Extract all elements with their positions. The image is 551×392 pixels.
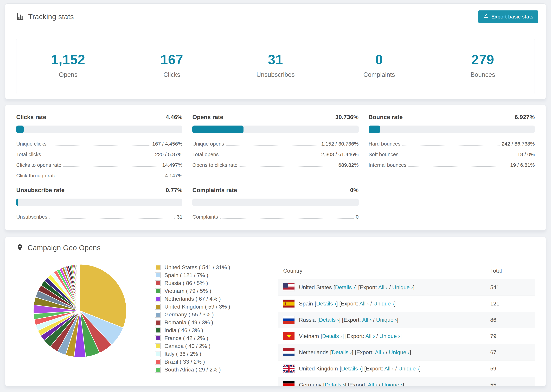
legend-label: Vietnam ( 79 / 5% ): [164, 288, 211, 294]
progress-track: [192, 126, 359, 133]
geo-content: United States ( 541 / 31% ) Spain ( 121 …: [5, 258, 546, 386]
progress-track: [369, 126, 535, 133]
export-all-link[interactable]: All ›: [368, 382, 377, 386]
gb-flag-icon: [283, 365, 295, 372]
stats-row: 1,152 Opens 167 Clicks 31 Unsubscribes 0…: [16, 38, 535, 94]
legend-item[interactable]: Spain ( 121 / 7% ): [155, 272, 273, 279]
progress-fill: [16, 126, 24, 133]
rate-row-dots: [220, 218, 354, 219]
stat-label: Unsubscribes: [224, 71, 327, 78]
stat-value: 279: [431, 52, 535, 67]
rate-row-label: Internal bounces: [369, 162, 407, 168]
export-basic-stats-button[interactable]: Export basic stats: [478, 10, 538, 23]
export-unique-link[interactable]: Unique ›: [398, 365, 419, 372]
rate-row-dots: [43, 156, 153, 156]
legend-item[interactable]: Netherlands ( 67 / 4% ): [155, 296, 273, 302]
details-link[interactable]: Details ›: [322, 333, 342, 339]
legend-item[interactable]: Russia ( 86 / 5% ): [155, 280, 273, 286]
legend-item[interactable]: Brazil ( 33 / 2% ): [155, 359, 273, 365]
legend-label: India ( 46 / 3% ): [164, 327, 203, 334]
details-link[interactable]: Details ›: [316, 301, 336, 307]
us-flag-icon: [283, 283, 295, 291]
export-label: [Export:: [355, 349, 375, 355]
rate-row: Soft bounces 18 / 0%: [369, 152, 535, 157]
legend-item[interactable]: Vietnam ( 79 / 5% ): [155, 288, 273, 294]
export-all-link[interactable]: All ›: [378, 284, 388, 290]
legend-item[interactable]: Italy ( 36 / 2% ): [155, 351, 273, 357]
bracket: ]: [410, 349, 411, 355]
rate-row-dots: [240, 166, 336, 167]
rates-card: Clicks rate 4.46% Unique clicks 167 / 4.…: [5, 105, 546, 231]
tracking-stats-card: Tracking stats Export basic stats 1,152 …: [5, 3, 546, 99]
page: { "accent": "#1b93ad", "stat_number_colo…: [0, 0, 551, 392]
details-link[interactable]: Details ›: [332, 349, 352, 355]
export-all-link[interactable]: All ›: [384, 365, 394, 372]
de-flag-icon: [283, 381, 295, 386]
legend-label: Brazil ( 33 / 2% ): [164, 359, 205, 365]
export-all-link[interactable]: All ›: [375, 349, 384, 355]
details-link[interactable]: Details ›: [325, 382, 345, 386]
bracket: [: [340, 365, 341, 372]
details-link[interactable]: Details ›: [335, 284, 355, 290]
geo-title: Campaign Geo Opens: [28, 244, 101, 252]
legend-label: Italy ( 36 / 2% ): [164, 351, 201, 357]
legend-item[interactable]: India ( 46 / 3% ): [155, 327, 273, 334]
legend-label: Canada ( 40 / 2% ): [164, 343, 211, 349]
rate-row: Click through rate 4.147%: [16, 173, 182, 179]
bracket: ]: [397, 317, 398, 323]
export-all-link[interactable]: All ›: [359, 301, 369, 307]
legend-item[interactable]: Romania ( 49 / 3% ): [155, 319, 273, 326]
bracket: ]: [394, 301, 396, 307]
legend-swatch: [155, 273, 161, 278]
export-unique-link[interactable]: Unique ›: [382, 382, 403, 386]
rate-title: Bounce rate: [369, 114, 403, 120]
country-name: Russia: [299, 317, 316, 323]
export-unique-link[interactable]: Unique ›: [389, 349, 410, 355]
legend-swatch: [155, 296, 161, 302]
total-value: 59: [490, 365, 530, 372]
rates-grid: Clicks rate 4.46% Unique clicks 167 / 4.…: [5, 105, 546, 220]
details-link[interactable]: Details ›: [341, 365, 361, 372]
geo-table-body: United States [Details ›] [Export: All ›…: [278, 279, 535, 386]
es-flag-icon: [283, 300, 295, 308]
export-button-label: Export basic stats: [491, 14, 533, 20]
stat-cell: 0 Complaints: [327, 38, 431, 94]
details-link[interactable]: Details ›: [319, 317, 339, 323]
rate-block: Opens rate 30.736% Unique opens 1,152 / …: [192, 114, 359, 179]
export-unique-link[interactable]: Unique ›: [373, 301, 394, 307]
table-row: United Kingdom [Details ›] [Export: All …: [278, 360, 535, 377]
legend-item[interactable]: France ( 42 / 2% ): [155, 335, 273, 341]
export-unique-link[interactable]: Unique ›: [376, 317, 397, 323]
separator: /: [388, 284, 392, 290]
legend-swatch: [155, 312, 161, 318]
export-all-link[interactable]: All ›: [365, 333, 375, 339]
rate-row: Unique opens 1,152 / 30.736%: [192, 141, 359, 147]
separator: /: [384, 349, 389, 355]
export-unique-link[interactable]: Unique ›: [392, 284, 413, 290]
legend-item[interactable]: South Africa ( 29 / 2% ): [155, 366, 273, 373]
bracket: ]: [413, 284, 414, 290]
legend-item[interactable]: United Kingdom ( 59 / 3% ): [155, 304, 273, 310]
progress-track: [16, 126, 182, 133]
legend-item[interactable]: Germany ( 55 / 3% ): [155, 311, 273, 318]
export-all-link[interactable]: All ›: [362, 317, 372, 323]
legend-item[interactable]: Canada ( 40 / 2% ): [155, 343, 273, 349]
stat-value: 167: [120, 52, 224, 67]
rate-row-dots: [221, 156, 319, 156]
bracket: ]: [355, 284, 358, 290]
separator: /: [394, 365, 398, 372]
country-name: Vietnam: [299, 333, 319, 339]
export-unique-link[interactable]: Unique ›: [379, 333, 400, 339]
rate-row: Unsubscribes 31: [16, 214, 182, 220]
rate-row: Opens to clicks rate 689.82%: [192, 162, 359, 168]
nl-flag-icon: [283, 348, 295, 356]
rate-row-value: 1,152 / 30.736%: [321, 141, 359, 147]
geo-table: Country Total United States [Details ›] …: [278, 265, 535, 386]
separator: /: [369, 301, 373, 307]
total-value: 541: [490, 284, 530, 291]
bracket: [: [315, 301, 316, 307]
progress-track: [16, 199, 182, 206]
bracket: ]: [339, 317, 342, 323]
legend-item[interactable]: United States ( 541 / 31% ): [155, 264, 273, 271]
pie-slice[interactable]: [80, 264, 80, 311]
